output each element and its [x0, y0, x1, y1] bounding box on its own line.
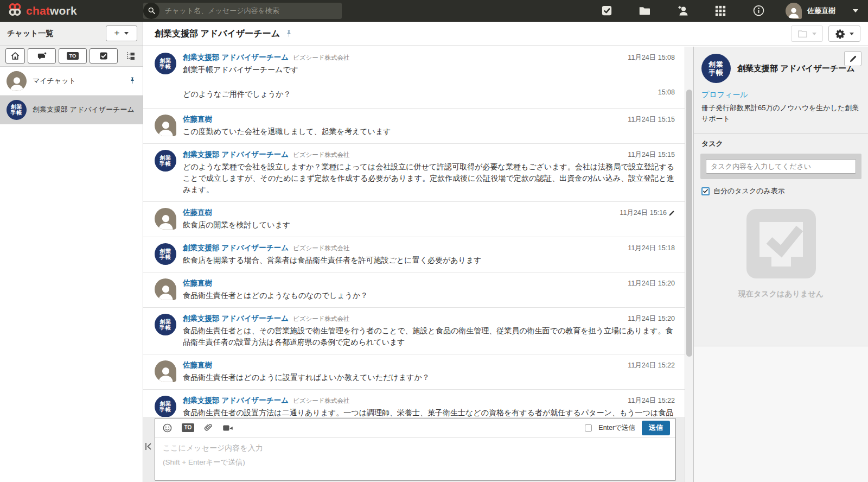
room-info-panel: 創業 手帳 創業支援部 アドバイザーチーム プロフィール 冊子発行部数累計65万… — [693, 47, 868, 482]
account-menu[interactable]: 佐藤直樹 — [786, 0, 835, 22]
message: 創業 手帳 創業支援部 アドバイザーチーム ビズシード株式会社 11月24日 1… — [143, 308, 685, 354]
message-list[interactable]: 創業 手帳 創業支援部 アドバイザーチーム ビズシード株式会社 11月24日 1… — [143, 47, 685, 417]
pin-icon[interactable] — [129, 76, 136, 86]
message: 創業 手帳 創業支援部 アドバイザーチーム ビズシード株式会社 11月24日 1… — [143, 390, 685, 417]
message-timestamp: 11月24日 15:20 — [628, 279, 675, 288]
composer-area: TO Enterで送信 送信 ここにメッセージ内容を入力 (Shift + En… — [143, 417, 685, 482]
collapse-composer-icon[interactable] — [145, 442, 152, 451]
person-avatar[interactable] — [155, 115, 176, 136]
message-text-row: 飲食店の開業を検討しています 11月24日 15:16 — [183, 219, 675, 231]
message-head: 創業支援部 アドバイザーチーム ビズシード株式会社 11月24日 15:08 — [183, 53, 675, 62]
message-input[interactable]: ここにメッセージ内容を入力 (Shift + Enterキーで送信) — [155, 437, 675, 480]
message-text: 飲食店を開業する場合、営業者は食品衛生責任者を許可施設ごとに置く必要があります — [183, 255, 675, 266]
message-sender[interactable]: 創業支援部 アドバイザーチーム — [183, 314, 289, 324]
add-chat-button[interactable]: + — [106, 26, 137, 41]
room-info-head: 創業 手帳 創業支援部 アドバイザーチーム — [701, 54, 860, 83]
emoticon-icon[interactable] — [162, 423, 173, 433]
message-sender[interactable]: 創業支援部 アドバイザーチーム — [183, 53, 289, 62]
message-text-row: 食品衛生責任者とはどのようなものなのでしょうか？ 11月24日 15:20 — [183, 290, 675, 301]
chatwork-logo[interactable]: chatwork — [0, 2, 143, 19]
chatwork-logo-icon — [8, 2, 22, 19]
message-sender[interactable]: 佐藤直樹 — [183, 208, 212, 218]
task-input[interactable] — [706, 159, 856, 174]
group-avatar[interactable]: 創業 手帳 — [155, 314, 176, 335]
profile-link[interactable]: プロフィール — [701, 90, 748, 100]
checked-checkbox-icon[interactable] — [701, 187, 710, 195]
chat-list-sidebar: チャット一覧 + TO — [0, 22, 143, 482]
org-chart-button[interactable] — [125, 50, 136, 62]
person-avatar — [7, 71, 27, 91]
paperclip-icon[interactable] — [203, 423, 213, 433]
person-avatar[interactable] — [155, 278, 176, 300]
tasks-header: タスク — [694, 134, 868, 151]
message-sender[interactable]: 佐藤直樹 — [183, 360, 212, 370]
group-avatar[interactable]: 創業 手帳 — [155, 243, 176, 265]
composer: TO Enterで送信 送信 ここにメッセージ内容を入力 (Shift + En… — [155, 418, 676, 481]
camera-icon[interactable] — [222, 424, 233, 432]
chat-list-item[interactable]: 創業 手帳 マイチャット — [0, 67, 143, 96]
topbar-icons — [600, 4, 765, 17]
group-avatar[interactable]: 創業 手帳 — [155, 53, 176, 74]
chat-name: マイチャット — [33, 76, 76, 86]
search-input[interactable] — [159, 7, 342, 15]
home-icon — [10, 51, 20, 61]
filter-task-button[interactable] — [90, 48, 118, 64]
message-timestamp: 11月24日 15:08 — [628, 53, 675, 62]
person-avatar[interactable] — [155, 360, 176, 382]
group-avatar[interactable]: 創業 手帳 — [155, 396, 176, 417]
tasks-icon[interactable] — [600, 4, 613, 17]
message-head: 創業支援部 アドバイザーチーム ビズシード株式会社 11月24日 15:18 — [183, 243, 675, 253]
scrollbar-thumb[interactable] — [686, 90, 692, 357]
no-tasks-icon — [745, 208, 817, 280]
chatwork-logo-text: chatwork — [26, 4, 77, 17]
edit-room-button[interactable] — [844, 51, 861, 66]
message: 創業 手帳 佐藤直樹 11月24日 15:20 食品衛生責任者とはどのようなもの… — [143, 272, 685, 308]
chat-list-header: チャット一覧 + — [0, 22, 143, 46]
message-sender[interactable]: 佐藤直樹 — [183, 278, 212, 288]
composer-toolbar: TO Enterで送信 送信 — [155, 418, 675, 437]
message-head: 佐藤直樹 11月24日 15:20 — [183, 278, 675, 288]
to-icon[interactable]: TO — [182, 423, 194, 432]
files-icon[interactable] — [638, 4, 651, 17]
filter-unread-button[interactable] — [28, 48, 56, 64]
message: 創業 手帳 創業支援部 アドバイザーチーム ビズシード株式会社 11月24日 1… — [143, 47, 685, 79]
message-text: 食品衛生責任者の設置方法は二通りあります。一つは調理師、栄養士、菓子衛生士などの… — [183, 407, 675, 417]
edited-pencil-icon — [668, 210, 675, 217]
pencil-icon — [849, 55, 857, 63]
message-sender[interactable]: 創業支援部 アドバイザーチーム — [183, 396, 289, 405]
chat-list-title: チャット一覧 — [7, 29, 53, 39]
filter-home-button[interactable] — [5, 48, 25, 64]
enter-send-checkbox[interactable] — [585, 424, 592, 432]
message-scrollbar[interactable] — [685, 47, 693, 482]
message-sender[interactable]: 創業支援部 アドバイザーチーム — [183, 150, 289, 160]
message-text-row: 創業手帳アドバイザーチームです 11月24日 15:08 — [183, 64, 675, 75]
chat-list-item[interactable]: 創業 手帳 創業支援部 アドバイザーチーム — [0, 96, 143, 124]
panel-lower-area — [694, 346, 868, 482]
message-text-row: 食品衛生責任者とは、その営業施設で衛生管理を行う者のことで、施設と食品の衛生管理… — [183, 325, 675, 348]
message: 創業 手帳 佐藤直樹 11月24日 15:16 飲食店の開業を検討しています 1… — [143, 202, 685, 237]
topbar: chatwork — [0, 0, 868, 22]
message: 創業 手帳 創業支援部 アドバイザーチーム ビズシード株式会社 11月24日 1… — [143, 144, 685, 202]
message-sender[interactable]: 創業支援部 アドバイザーチーム — [183, 243, 289, 253]
group-avatar: 創業 手帳 — [701, 54, 731, 83]
chat-filter-row: TO — [0, 46, 143, 67]
info-icon[interactable] — [752, 4, 765, 17]
apps-grid-icon[interactable] — [714, 4, 727, 17]
send-button[interactable]: 送信 — [642, 421, 670, 435]
person-avatar[interactable] — [155, 208, 176, 230]
add-contact-icon[interactable] — [676, 4, 689, 17]
account-caret-down-icon[interactable] — [853, 9, 858, 12]
message-text-row: この度勤めていた会社を退職しまして、起業を考えています 11月24日 15:15 — [183, 126, 675, 137]
message-sender[interactable]: 佐藤直樹 — [183, 115, 212, 124]
message: 創業 手帳 佐藤直樹 11月24日 15:22 食品衛生責任者はどのように設置す… — [143, 354, 685, 390]
move-to-folder-button[interactable] — [791, 26, 823, 42]
pin-icon[interactable] — [285, 29, 293, 39]
only-my-tasks-toggle[interactable]: 自分のタスクのみ表示 — [701, 186, 860, 196]
filter-to-button[interactable]: TO — [59, 48, 87, 64]
message-company: ビズシード株式会社 — [293, 244, 350, 252]
group-avatar[interactable]: 創業 手帳 — [155, 150, 176, 172]
room-settings-button[interactable] — [828, 26, 860, 42]
to-filter-icon: TO — [67, 52, 78, 60]
unread-filter-icon — [37, 51, 47, 61]
message-head: 佐藤直樹 11月24日 15:15 — [183, 115, 675, 124]
